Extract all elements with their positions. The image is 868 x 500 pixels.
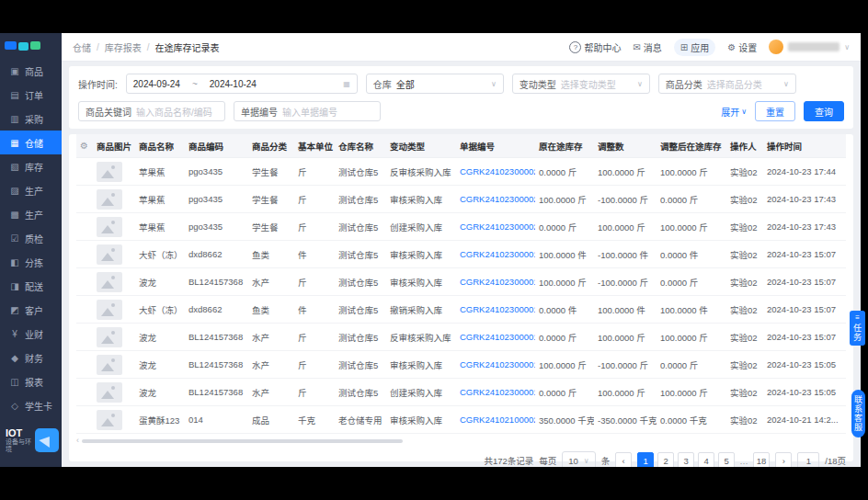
doc-no-link[interactable]: CGRK24102300001 [460, 249, 535, 259]
doc-no-link[interactable]: CGRK24102300002 [460, 222, 535, 232]
sidebar-item-orders[interactable]: ▤订单 [0, 83, 62, 107]
product-name: 波龙 [135, 324, 185, 351]
user-menu[interactable]: ∨ [769, 40, 850, 54]
column-settings-icon[interactable]: ⚙ [80, 141, 88, 151]
help-center-button[interactable]: ?帮助中心 [569, 40, 621, 54]
page-button[interactable]: 5 [718, 452, 735, 467]
sidebar-item-production-2[interactable]: ▩生产 [0, 202, 62, 226]
doc-no-link[interactable]: CGRK24102300001 [460, 332, 535, 342]
product-code: BL124157368 [185, 379, 248, 406]
row-lead-cell [76, 268, 93, 296]
keyword-input[interactable]: 商品关键词 输入商品名称/编码 [78, 101, 225, 121]
sidebar-item-inventory[interactable]: ▧库存 [0, 154, 62, 178]
product-category: 鱼类 [248, 296, 294, 324]
category-select[interactable]: 商品分类 选择商品分类 ∨ [658, 74, 796, 94]
page-button[interactable]: 18 [753, 452, 771, 467]
doc-no-link[interactable]: CGRK24102100002 [460, 415, 535, 425]
stock-after: 0.0000 斤 [657, 268, 726, 296]
sidebar-item-delivery[interactable]: ◨配送 [0, 274, 62, 298]
contact-service-float-button[interactable]: 联系客服 [851, 390, 865, 438]
date-end[interactable]: 2024-10-24 [210, 79, 257, 89]
adjust-qty: 100.0000 斤 [594, 158, 657, 186]
messages-button[interactable]: ✉消息 [633, 40, 661, 54]
doc-no-link[interactable]: CGRK24102300001 [460, 277, 535, 287]
avatar[interactable] [769, 40, 783, 54]
table-row[interactable]: 苹果蕉pgo3435学生餐斤测试仓库5创建采购入库CGRK24102300002… [76, 213, 846, 241]
table-row[interactable]: 波龙BL124157368水产斤测试仓库5审核采购入库CGRK241023000… [76, 268, 846, 296]
adjust-qty: -100.0000 斤 [594, 268, 657, 296]
operator: 实验02 [726, 379, 763, 406]
date-range-picker[interactable]: 2024-09-24 ~ 2024-10-24 ▦ [126, 74, 358, 94]
product-category: 水产 [248, 268, 294, 296]
next-page-button[interactable]: › [775, 452, 792, 467]
sidebar-item-customer[interactable]: ◩客户 [0, 298, 62, 322]
per-page-select[interactable]: 10 ∨ [562, 451, 595, 467]
prev-page-button[interactable]: ‹ [615, 452, 632, 467]
scrollbar-thumb[interactable] [82, 439, 403, 443]
date-start[interactable]: 2024-09-24 [133, 79, 180, 89]
breadcrumb-item[interactable]: 库存报表 [105, 40, 142, 54]
sidebar-item-student-card[interactable]: ◇学生卡 [0, 393, 62, 417]
reset-button[interactable]: 重置 [755, 101, 795, 121]
warehouse-icon: ▦ [9, 138, 20, 148]
expand-toggle[interactable]: 展开 ∨ [721, 105, 747, 119]
sidebar-item-reports[interactable]: ◫报表 [0, 369, 62, 393]
stock-before: 100.0000 件 [535, 241, 594, 268]
change-type-select[interactable]: 变动类型 选择变动类型 ∨ [512, 74, 650, 94]
sidebar-item-quality[interactable]: ☑质检 [0, 226, 62, 250]
sidebar-item-biz-finance[interactable]: ¥业财 [0, 322, 62, 346]
table-row[interactable]: 波龙BL124157368水产斤测试仓库5创建采购入库CGRK241023000… [76, 379, 846, 406]
column-header: 变动类型 [386, 134, 456, 158]
column-header: 原在途库存 [535, 134, 594, 158]
settings-button[interactable]: ⚙设置 [727, 40, 757, 54]
doc-no-link[interactable]: CGRK24102300002 [460, 194, 535, 204]
doc-no-input[interactable]: 单据编号 输入单据编号 [234, 101, 381, 121]
adjust-qty: -100.0000 斤 [594, 186, 657, 213]
doc-no-link[interactable]: CGRK24102300001 [460, 387, 535, 397]
table-row[interactable]: 大虾（冻）dxd8662鱼类件测试仓库5撤销采购入库CGRK2410230000… [76, 296, 846, 324]
product-image-placeholder [97, 327, 122, 347]
stock-after: 100.0000 斤 [657, 379, 726, 406]
task-label: 任务 [851, 324, 863, 342]
task-float-button[interactable]: ≡ 任务 [850, 311, 865, 346]
page-button[interactable]: 3 [678, 452, 694, 467]
horizontal-scrollbar[interactable] [82, 439, 846, 443]
base-unit: 斤 [294, 213, 335, 241]
query-button[interactable]: 查询 [804, 101, 844, 121]
horizontal-scroll-row: ‹ [76, 437, 846, 445]
apps-button[interactable]: ⊞应用 [674, 39, 715, 56]
page-button[interactable]: 2 [657, 452, 674, 467]
table-row[interactable]: 蛋黄酥123014成品千克老仓储专用审核采购入库CGRK241021000023… [76, 406, 846, 434]
column-header: 仓库名称 [335, 134, 386, 158]
doc-no-link[interactable]: CGRK24102300001 [460, 359, 535, 369]
sidebar-item-finance[interactable]: ◆财务 [0, 346, 62, 369]
table-row[interactable]: 苹果蕉pgo3435学生餐斤测试仓库5反审核采购入库CGRK2410230000… [76, 158, 846, 186]
sidebar-item-production[interactable]: ▨生产 [0, 178, 62, 202]
operator: 实验02 [726, 296, 763, 324]
doc-no-cell: CGRK24102300002 [456, 186, 535, 213]
page-jump-input[interactable]: 1 [797, 452, 819, 467]
sidebar-item-warehouse[interactable]: ▦仓储 [0, 131, 62, 154]
sidebar-item-procurement[interactable]: ▥采购 [0, 107, 62, 131]
page-button[interactable]: 1 [637, 452, 654, 467]
scroll-left-icon[interactable]: ‹ [76, 437, 79, 445]
doc-no-label: 单据编号 [241, 105, 278, 119]
table-row[interactable]: 大虾（冻）dxd8662鱼类件测试仓库5审核采购入库CGRK2410230000… [76, 241, 846, 268]
doc-no-cell: CGRK24102100002 [456, 406, 535, 434]
table-row[interactable]: 苹果蕉pgo3435学生餐斤测试仓库5审核采购入库CGRK24102300002… [76, 186, 846, 213]
table-row[interactable]: 波龙BL124157368水产斤测试仓库5反审核采购入库CGRK24102300… [76, 324, 846, 351]
sidebar-item-sorting[interactable]: ◧分拣 [0, 250, 62, 274]
topbar: 仓储/库存报表/在途库存记录表 ?帮助中心✉消息⊞应用⚙设置 ∨ [62, 33, 861, 61]
page-button[interactable]: 4 [698, 452, 714, 467]
doc-no-link[interactable]: CGRK24102300001 [460, 304, 535, 314]
doc-no-link[interactable]: CGRK24102300002 [460, 166, 535, 176]
breadcrumb-item[interactable]: 仓储 [73, 40, 91, 54]
adjust-qty: 100.0000 斤 [594, 213, 657, 241]
goods-icon: ▣ [9, 66, 20, 76]
sidebar-item-label: 质检 [25, 232, 43, 245]
warehouse-select[interactable]: 仓库 全部 ∨ [366, 74, 504, 94]
iot-section[interactable]: IOT 设备与环境 [0, 419, 62, 467]
sidebar-item-goods[interactable]: ▣商品 [0, 59, 62, 83]
table-row[interactable]: 波龙BL124157368水产斤测试仓库5审核采购入库CGRK241023000… [76, 351, 846, 379]
breadcrumb-item[interactable]: 在途库存记录表 [155, 40, 220, 54]
